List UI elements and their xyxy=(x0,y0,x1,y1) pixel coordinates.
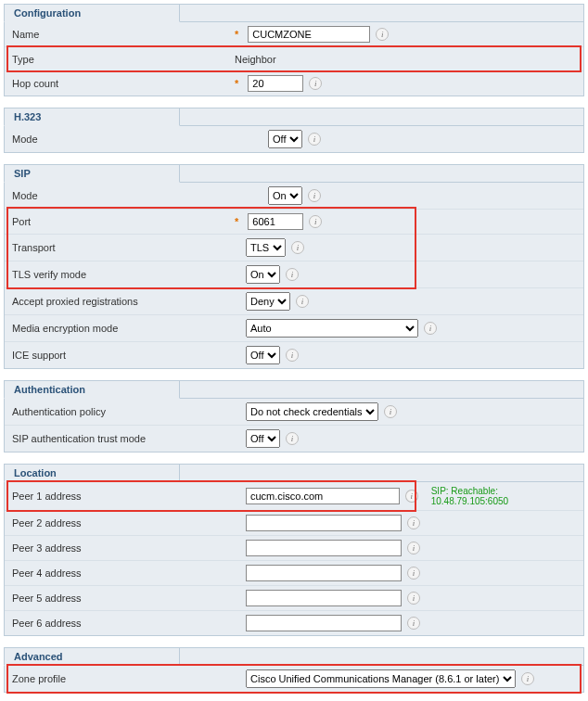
sip-accept-select[interactable]: Deny xyxy=(246,292,290,311)
section-sip: SIP Mode On i Port * i Transport xyxy=(4,164,584,369)
required-marker: * xyxy=(235,216,238,227)
row-auth-policy: Authentication policy Do not check crede… xyxy=(5,399,583,425)
section-header: SIP xyxy=(5,165,583,183)
section-header: Advanced xyxy=(5,648,583,666)
row-sip-transport: Transport TLS i xyxy=(5,234,583,261)
peer6-input[interactable] xyxy=(246,615,402,631)
info-icon[interactable]: i xyxy=(407,542,420,554)
zone-profile-select[interactable]: Cisco Unified Communications Manager (8.… xyxy=(246,669,516,688)
h323-mode-select[interactable]: Off xyxy=(268,130,302,148)
type-value: Neighbor xyxy=(235,54,276,65)
row-sip-tls: TLS verify mode On i xyxy=(5,261,583,287)
section-auth: Authentication Authentication policy Do … xyxy=(4,380,584,452)
auth-trust-select[interactable]: Off xyxy=(246,429,280,448)
label-sip-transport: Transport xyxy=(12,242,235,253)
sip-mode-select[interactable]: On xyxy=(268,186,302,205)
label-peer1: Peer 1 address xyxy=(12,491,235,502)
info-icon[interactable]: i xyxy=(407,516,420,529)
row-peer5: Peer 5 address i xyxy=(5,585,583,610)
section-location: Location Peer 1 address i SIP: Reachable… xyxy=(4,464,584,636)
section-header: Authentication xyxy=(5,381,583,399)
peer1-status: SIP: Reachable: 10.48.79.105:6050 xyxy=(431,486,576,506)
row-sip-port: Port * i xyxy=(5,209,583,234)
required-marker: * xyxy=(235,78,238,89)
peer5-input[interactable] xyxy=(246,590,402,606)
label-name: Name xyxy=(12,29,235,40)
label-h323-mode: Mode xyxy=(12,134,235,145)
label-auth-policy: Authentication policy xyxy=(12,406,235,417)
info-icon[interactable]: i xyxy=(405,490,418,503)
info-icon[interactable]: i xyxy=(286,349,299,362)
section-title-sip: SIP xyxy=(4,164,180,183)
info-icon[interactable]: i xyxy=(286,432,299,445)
row-sip-media: Media encryption mode Auto i xyxy=(5,314,583,341)
sip-tls-select[interactable]: On xyxy=(246,265,280,284)
info-icon[interactable]: i xyxy=(308,189,321,202)
label-auth-trust: SIP authentication trust mode xyxy=(12,433,235,444)
row-peer3: Peer 3 address i xyxy=(5,535,583,560)
section-configuration: Configuration Name * i Type Neighbor Hop… xyxy=(4,4,584,96)
peer4-input[interactable] xyxy=(246,565,402,581)
section-title-auth: Authentication xyxy=(4,380,180,399)
auth-policy-select[interactable]: Do not check credentials xyxy=(246,402,378,421)
row-hop: Hop count * i xyxy=(5,70,583,96)
label-hop: Hop count xyxy=(12,78,235,89)
section-header: Configuration xyxy=(5,5,583,22)
section-title-h323: H.323 xyxy=(4,108,180,126)
label-sip-media: Media encryption mode xyxy=(12,323,235,334)
label-peer6: Peer 6 address xyxy=(12,618,235,629)
row-type: Type Neighbor xyxy=(5,46,583,70)
label-type: Type xyxy=(12,54,235,65)
label-peer5: Peer 5 address xyxy=(12,593,235,604)
peer2-input[interactable] xyxy=(246,515,402,531)
info-icon[interactable]: i xyxy=(407,617,420,630)
info-icon[interactable]: i xyxy=(407,567,420,580)
peer1-input[interactable] xyxy=(246,488,400,504)
sip-transport-select[interactable]: TLS xyxy=(246,238,286,257)
label-peer3: Peer 3 address xyxy=(12,542,235,554)
label-sip-mode: Mode xyxy=(12,190,235,201)
row-peer4: Peer 4 address i xyxy=(5,560,583,585)
info-icon[interactable]: i xyxy=(407,592,420,605)
label-sip-ice: ICE support xyxy=(12,350,235,361)
info-icon[interactable]: i xyxy=(308,133,321,146)
section-h323: H.323 Mode Off i xyxy=(4,108,584,153)
info-icon[interactable]: i xyxy=(309,77,322,90)
section-header: Location xyxy=(5,465,583,482)
row-h323-mode: Mode Off i xyxy=(5,126,583,152)
label-sip-tls: TLS verify mode xyxy=(12,269,235,280)
section-header: H.323 xyxy=(5,108,583,126)
info-icon[interactable]: i xyxy=(309,215,322,228)
row-peer6: Peer 6 address i xyxy=(5,610,583,635)
row-sip-accept: Accept proxied registrations Deny i xyxy=(5,287,583,314)
name-input[interactable] xyxy=(248,26,370,43)
info-icon[interactable]: i xyxy=(286,268,299,281)
sip-port-input[interactable] xyxy=(248,213,303,230)
label-peer2: Peer 2 address xyxy=(12,517,235,529)
info-icon[interactable]: i xyxy=(296,295,309,308)
sip-media-select[interactable]: Auto xyxy=(246,319,418,338)
label-sip-accept: Accept proxied registrations xyxy=(12,296,235,307)
row-sip-mode: Mode On i xyxy=(5,183,583,209)
info-icon[interactable]: i xyxy=(521,672,534,685)
info-icon[interactable]: i xyxy=(291,241,304,254)
row-zone-profile: Zone profile Cisco Unified Communication… xyxy=(5,666,583,692)
required-marker: * xyxy=(235,29,238,40)
info-icon[interactable]: i xyxy=(376,28,389,41)
label-peer4: Peer 4 address xyxy=(12,567,235,579)
row-sip-ice: ICE support Off i xyxy=(5,341,583,368)
label-zone-profile: Zone profile xyxy=(12,673,235,684)
section-title-advanced: Advanced xyxy=(4,647,180,666)
section-title-location: Location xyxy=(4,464,180,482)
row-peer1: Peer 1 address i SIP: Reachable: 10.48.7… xyxy=(5,482,583,510)
peer3-input[interactable] xyxy=(246,540,402,556)
label-sip-port: Port xyxy=(12,216,235,227)
hop-input[interactable] xyxy=(248,75,303,92)
row-name: Name * i xyxy=(5,22,583,46)
row-peer2: Peer 2 address i xyxy=(5,510,583,535)
sip-ice-select[interactable]: Off xyxy=(246,346,280,364)
section-advanced: Advanced Zone profile Cisco Unified Comm… xyxy=(4,647,584,693)
info-icon[interactable]: i xyxy=(384,405,397,418)
section-title-configuration: Configuration xyxy=(4,4,180,22)
info-icon[interactable]: i xyxy=(424,322,437,335)
